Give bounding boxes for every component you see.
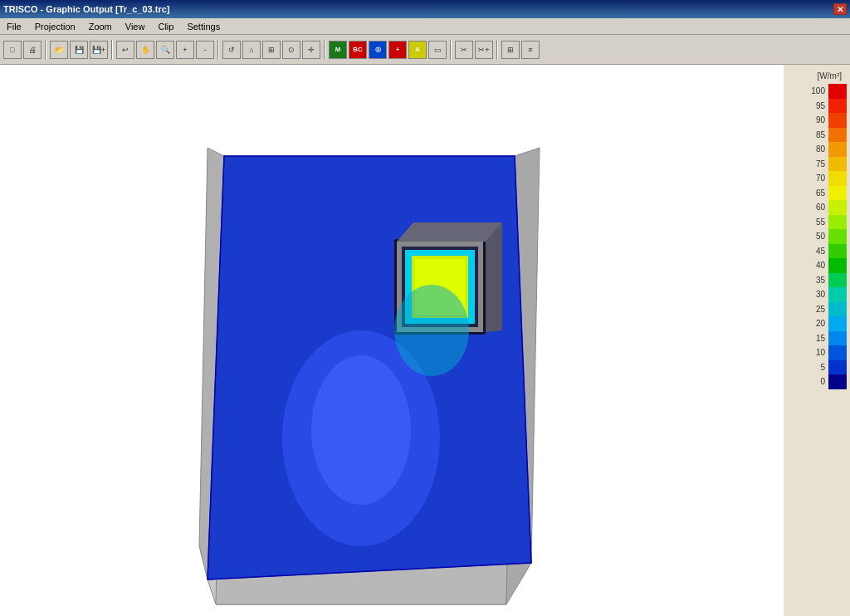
legend-row: 90 [787,113,847,128]
toolbar-btn-grid[interactable]: ⊞ [262,41,281,59]
legend-color-box [828,316,847,331]
legend-label: 95 [805,101,828,110]
legend-color-box [828,273,847,288]
legend-row: 45 [787,244,847,259]
legend-label: 5 [805,363,828,372]
legend-row: 100 [787,84,847,99]
legend-row: 15 [787,331,847,346]
toolbar-btn-zoom[interactable]: 🔍 [156,41,174,59]
legend-area: [W/m²] 100959085807570656055504540353025… [784,65,850,616]
menu-item-clip[interactable]: Clip [154,21,177,32]
sep6 [496,40,498,60]
close-button[interactable]: ✕ [833,3,847,15]
legend-color-box [828,157,847,172]
toolbar-btn-undo[interactable]: ↩ [116,41,134,59]
legend-label: 25 [805,305,828,314]
legend-row: 50 [787,229,847,244]
legend-color-box [828,142,847,157]
toolbar-btn-new[interactable]: □ [3,41,22,59]
sep1 [45,40,46,60]
toolbar-btn-plus-btn[interactable]: + [388,41,407,59]
toolbar-btn-cut2[interactable]: ✂+ [475,41,493,59]
legend-label: 75 [805,159,828,169]
legend-row: 0 [787,374,847,389]
legend-unit: [W/m²] [787,71,847,81]
legend-label: 40 [805,261,828,270]
svg-marker-14 [397,222,502,242]
toolbar-btn-rotate[interactable]: ↺ [222,41,241,59]
menu-item-settings[interactable]: Settings [183,21,223,32]
legend-label: 60 [805,203,828,212]
toolbar-btn-print[interactable]: 🖨 [23,41,42,59]
sep5 [450,40,452,60]
title-bar: TRISCO - Graphic Output [Tr_c_03.trc] ✕ [0,0,850,18]
legend-row: 65 [787,186,847,201]
canvas-area[interactable] [0,65,784,616]
legend-color-box [828,186,847,201]
legend-color-box [828,229,847,244]
toolbar-btn-circle[interactable]: ⊙ [282,41,300,59]
legend-label: 35 [805,276,828,285]
legend-color-box [828,99,847,114]
toolbar-btn-saveas[interactable]: 💾+ [90,41,108,59]
legend-row: 85 [787,128,847,143]
legend-label: 80 [805,144,828,154]
legend-color-box [828,171,847,186]
legend-row: 40 [787,258,847,273]
legend-color-box [828,302,847,317]
legend-row: 75 [787,157,847,172]
legend-label: 0 [805,377,828,386]
legend-label: 50 [805,232,828,241]
menu-item-projection[interactable]: Projection [32,21,79,32]
toolbar-btn-cut1[interactable]: ✂ [455,41,473,59]
legend-color-box [828,200,847,215]
legend-label: 30 [805,290,828,299]
toolbar-btn-circ-btn[interactable]: ◎ [369,41,387,59]
legend-color-box [828,244,847,259]
svg-marker-13 [486,222,502,332]
sep4 [324,40,325,60]
legend-color-box [828,215,847,230]
sep2 [111,40,113,60]
toolbar-btn-table2[interactable]: ≡ [521,41,540,59]
toolbar-btn-cross[interactable]: ✛ [302,41,320,59]
scene-svg [149,131,548,613]
svg-point-15 [394,285,469,376]
toolbar-btn-open[interactable]: 📂 [50,41,68,59]
legend-label: 20 [805,319,828,328]
toolbar-btn-table1[interactable]: ⊞ [501,41,520,59]
legend-row: 55 [787,215,847,230]
legend-color-box [828,287,847,302]
legend-color-box [828,258,847,273]
toolbar-btn-zoomout[interactable]: - [196,41,214,59]
legend-label: 10 [805,348,828,357]
legend-row: 30 [787,287,847,302]
legend-label: 85 [805,130,828,139]
toolbar-btn-zoomin[interactable]: + [176,41,194,59]
menu-item-view[interactable]: View [122,21,149,32]
legend-color-box [828,84,847,99]
legend-color-box [828,331,847,346]
legend-row: 60 [787,200,847,215]
menu-item-file[interactable]: File [3,21,25,32]
toolbar-btn-home[interactable]: ⌂ [242,41,261,59]
menu-item-zoom[interactable]: Zoom [85,21,115,32]
toolbar-btn-bc-btn[interactable]: BC [349,41,367,59]
legend-label: 90 [805,115,828,125]
toolbar-btn-m-btn[interactable]: M [329,41,347,59]
legend-row: 70 [787,171,847,186]
sep3 [217,40,219,60]
toolbar-btn-rect-btn[interactable]: ▭ [428,41,447,59]
legend-row: 80 [787,142,847,157]
legend-row: 20 [787,316,847,331]
toolbar-btn-pan[interactable]: ✋ [136,41,154,59]
color-bar-container: 1009590858075706560555045403530252015105… [787,84,847,389]
legend-label: 100 [805,86,828,95]
legend-row: 25 [787,302,847,317]
toolbar-btn-a-btn[interactable]: A [408,41,427,59]
toolbar-btn-save[interactable]: 💾 [70,41,88,59]
legend-color-box [828,360,847,375]
legend-row: 35 [787,273,847,288]
legend-row: 10 [787,345,847,360]
legend-label: 45 [805,247,828,256]
